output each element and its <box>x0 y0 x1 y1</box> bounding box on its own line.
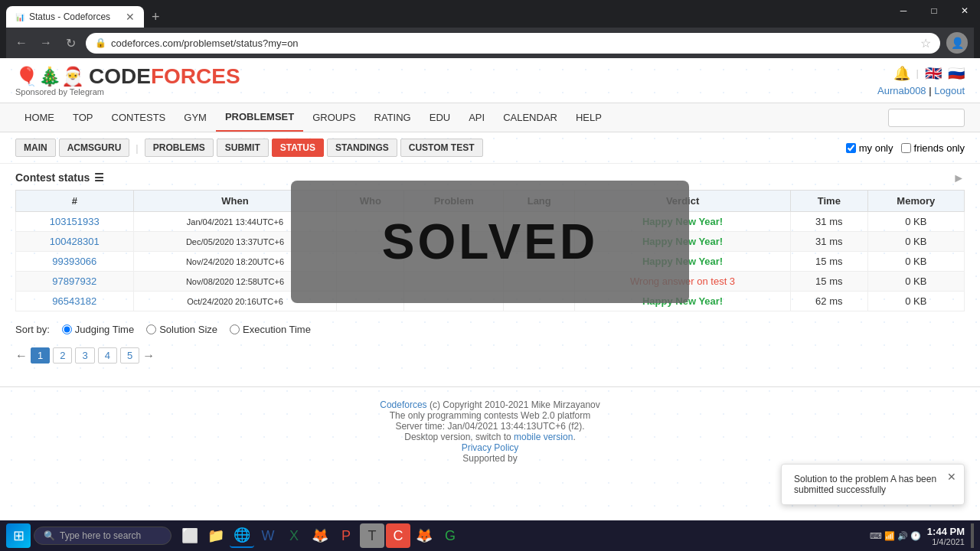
profile-button[interactable]: 👤 <box>946 32 968 54</box>
page-4-button[interactable]: 4 <box>98 347 117 364</box>
back-button[interactable]: ← <box>12 34 31 52</box>
refresh-button[interactable]: ↻ <box>61 34 80 52</box>
toast-notification: Solution to the problem A has been submi… <box>781 464 965 505</box>
bell-icon[interactable]: 🔔 <box>893 65 910 82</box>
sort-solution-size[interactable]: Solution Size <box>146 324 217 335</box>
lock-icon: 🔒 <box>95 37 106 48</box>
main-nav: HOME TOP CONTESTS GYM PROBLEMSET GROUPS … <box>0 103 980 132</box>
cell-id: 96543182 <box>16 292 134 311</box>
section-title-text: Contest status <box>15 171 90 184</box>
col-id: # <box>16 191 134 212</box>
submission-link[interactable]: 97897932 <box>52 276 96 287</box>
my-only-checkbox[interactable] <box>846 143 856 153</box>
cell-memory: 0 KB <box>867 272 964 292</box>
solved-overlay: SOLVED <box>291 181 689 303</box>
page-2-button[interactable]: 2 <box>53 347 72 364</box>
nav-groups[interactable]: GROUPS <box>303 104 364 131</box>
cell-id: 99393066 <box>16 252 134 272</box>
url-text: codeforces.com/problemset/status?my=on <box>111 37 916 49</box>
logo-decoration: 🎈🎄🎅 <box>15 66 84 87</box>
nav-home[interactable]: HOME <box>15 104 64 131</box>
cell-id: 97897932 <box>16 272 134 292</box>
footer-supported-by: Supported by <box>462 453 517 464</box>
subnav-main[interactable]: MAIN <box>15 139 56 157</box>
nav-problemset[interactable]: PROBLEMSET <box>216 103 303 132</box>
flag-ru-icon[interactable]: 🇷🇺 <box>948 65 965 82</box>
cell-time: 15 ms <box>791 252 868 272</box>
sub-nav: MAIN ACMSGURU | PROBLEMS SUBMIT STATUS S… <box>0 132 980 164</box>
bookmark-icon[interactable]: ☆ <box>920 36 931 51</box>
footer-tagline: The only programming contests Web 2.0 pl… <box>390 410 591 421</box>
toast-close-button[interactable]: ✕ <box>947 471 956 483</box>
subnav-submit[interactable]: SUBMIT <box>217 139 269 157</box>
my-only-filter[interactable]: my only <box>846 142 893 154</box>
submission-link[interactable]: 103151933 <box>50 216 100 227</box>
page-3-button[interactable]: 3 <box>75 347 94 364</box>
contest-status-section: Contest status ☰ ► # When Who Problem La… <box>0 164 980 319</box>
solved-text: SOLVED <box>382 214 598 270</box>
subnav-acmsguru[interactable]: ACMSGURU <box>59 139 130 157</box>
header-right: 🔔 | 🇬🇧 🇷🇺 Aurnab008 | Logout <box>877 65 965 96</box>
cell-memory: 0 KB <box>867 252 964 272</box>
logout-link[interactable]: Logout <box>934 85 965 96</box>
friends-only-checkbox[interactable] <box>901 143 911 153</box>
nav-contests[interactable]: CONTESTS <box>103 104 175 131</box>
list-icon: ☰ <box>94 171 104 184</box>
subnav-status[interactable]: STATUS <box>272 139 324 157</box>
cell-memory: 0 KB <box>867 212 964 232</box>
flag-uk-icon[interactable]: 🇬🇧 <box>925 65 942 82</box>
cell-time: 31 ms <box>791 232 868 252</box>
nav-api[interactable]: API <box>459 104 494 131</box>
tab-title: Status - Codeforces <box>29 11 110 22</box>
restore-button[interactable]: □ <box>919 0 949 21</box>
toast-message: Solution to the problem A has been submi… <box>794 474 952 495</box>
nav-gym[interactable]: GYM <box>175 104 216 131</box>
submission-link[interactable]: 96543182 <box>52 295 96 307</box>
username-link[interactable]: Aurnab008 <box>877 85 926 96</box>
footer-desktop: Desktop version, switch to <box>404 432 511 442</box>
tab-close-button[interactable]: ✕ <box>126 11 135 23</box>
sponsored-text: Sponsored by Telegram <box>15 87 104 96</box>
sort-execution-time[interactable]: Execution Time <box>230 324 311 335</box>
footer: Codeforces (c) Copyright 2010-2021 Mike … <box>0 386 980 476</box>
close-button[interactable]: ✕ <box>949 0 980 21</box>
sort-judging-time[interactable]: Judging Time <box>62 324 134 335</box>
page-5-button[interactable]: 5 <box>120 347 139 364</box>
submission-link[interactable]: 100428301 <box>50 236 100 247</box>
next-arrow-icon[interactable]: ► <box>952 171 965 185</box>
browser-tab[interactable]: 📊 Status - Codeforces ✕ <box>6 6 144 28</box>
page-1-button[interactable]: 1 <box>31 347 50 364</box>
next-page-button[interactable]: → <box>142 349 155 363</box>
cell-time: 15 ms <box>791 272 868 292</box>
footer-mobile-link[interactable]: mobile version <box>514 432 573 442</box>
sort-label: Sort by: <box>15 324 50 335</box>
col-time: Time <box>791 191 868 212</box>
cell-time: 31 ms <box>791 212 868 232</box>
nav-help[interactable]: HELP <box>567 104 611 131</box>
address-bar[interactable]: 🔒 codeforces.com/problemset/status?my=on… <box>86 33 940 54</box>
forward-button[interactable]: → <box>37 34 55 52</box>
nav-top[interactable]: TOP <box>64 104 103 131</box>
nav-edu[interactable]: EDU <box>420 104 459 131</box>
prev-page-button[interactable]: ← <box>15 349 28 363</box>
nav-calendar[interactable]: CALENDAR <box>494 104 567 131</box>
minimize-button[interactable]: ─ <box>888 0 919 21</box>
footer-copyright: (c) Copyright 2010-2021 Mike Mirzayanov <box>430 399 600 410</box>
footer-brand-link[interactable]: Codeforces <box>380 399 426 410</box>
cell-memory: 0 KB <box>867 232 964 252</box>
subnav-custom-test[interactable]: CUSTOM TEST <box>400 139 483 157</box>
pagination: ← 1 2 3 4 5 → <box>0 340 980 371</box>
cell-id: 103151933 <box>16 212 134 232</box>
new-tab-button[interactable]: + <box>147 9 165 25</box>
site-header: 🎈🎄🎅 CODEFORCES Sponsored by Telegram 🔔 |… <box>0 58 980 103</box>
subnav-standings[interactable]: STANDINGS <box>327 139 397 157</box>
nav-rating[interactable]: RATING <box>365 104 420 131</box>
cell-time: 62 ms <box>791 292 868 311</box>
footer-privacy-link[interactable]: Privacy Policy <box>462 442 519 453</box>
friends-only-filter[interactable]: friends only <box>901 142 965 154</box>
subnav-problems[interactable]: PROBLEMS <box>145 139 214 157</box>
nav-search-input[interactable] <box>888 109 965 127</box>
col-memory: Memory <box>867 191 964 212</box>
submission-link[interactable]: 99393066 <box>52 256 96 267</box>
subnav-sep: | <box>136 142 138 154</box>
